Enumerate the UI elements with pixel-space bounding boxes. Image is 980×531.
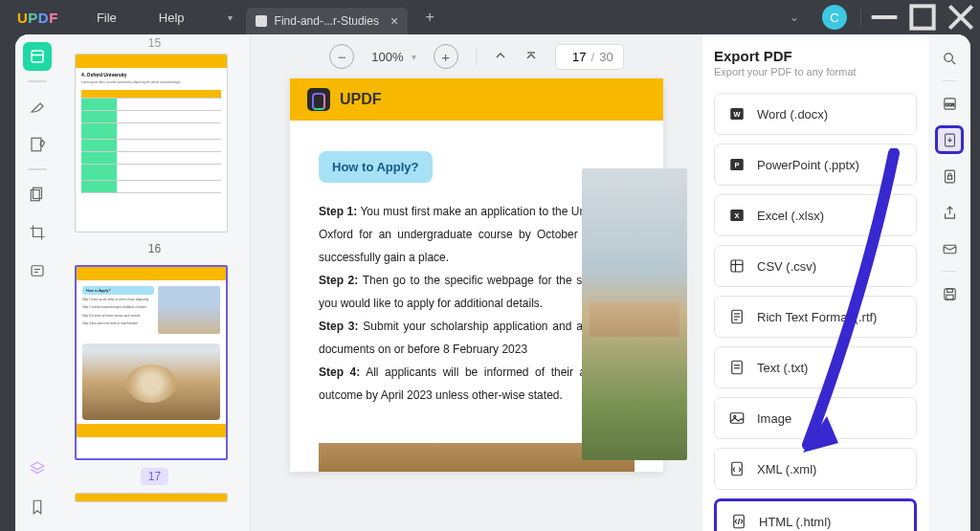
window-maximize-button[interactable] bbox=[903, 0, 942, 34]
page-current-input[interactable] bbox=[566, 50, 587, 64]
page-counter[interactable]: / 30 bbox=[555, 44, 624, 70]
svg-rect-19 bbox=[731, 260, 743, 272]
chevron-down-icon[interactable]: ⌄ bbox=[776, 11, 813, 24]
export-txt-button[interactable]: Text (.txt) bbox=[714, 346, 917, 388]
svg-rect-44 bbox=[946, 295, 952, 299]
window-close-button[interactable] bbox=[942, 0, 980, 34]
layers-button[interactable] bbox=[23, 454, 52, 483]
export-excel-button[interactable]: X Excel (.xlsx) bbox=[714, 194, 917, 236]
svg-rect-41 bbox=[944, 245, 956, 254]
separator bbox=[476, 48, 477, 65]
page-up-button[interactable] bbox=[494, 49, 507, 65]
separator bbox=[942, 80, 957, 81]
tab-add-button[interactable]: + bbox=[415, 9, 444, 26]
export-powerpoint-button[interactable]: P PowerPoint (.pptx) bbox=[714, 144, 917, 186]
svg-text:OCR: OCR bbox=[945, 101, 953, 106]
save-button[interactable] bbox=[935, 279, 964, 308]
thumb-label-prev: 15 bbox=[75, 34, 234, 54]
svg-rect-4 bbox=[32, 51, 43, 62]
thumb-label-17: 17 bbox=[75, 464, 234, 493]
svg-rect-40 bbox=[947, 175, 951, 179]
zoom-out-button[interactable]: − bbox=[329, 44, 354, 69]
zoom-level[interactable]: 100% bbox=[371, 50, 403, 64]
svg-rect-6 bbox=[32, 138, 41, 151]
excel-icon: X bbox=[728, 207, 746, 224]
txt-icon bbox=[728, 359, 746, 376]
export-pdf-button[interactable] bbox=[935, 125, 964, 154]
app-logo: UPDF bbox=[0, 10, 76, 26]
export-csv-button[interactable]: CSV (.csv) bbox=[714, 245, 917, 287]
export-title: Export PDF bbox=[714, 48, 917, 64]
bookmark-button[interactable] bbox=[23, 493, 52, 521]
email-button[interactable] bbox=[935, 234, 964, 263]
xml-icon bbox=[728, 460, 746, 477]
separator bbox=[28, 168, 47, 170]
zoom-dropdown-icon[interactable]: ▾ bbox=[412, 52, 416, 62]
page-total: 30 bbox=[599, 50, 612, 64]
page-view-area: − 100% ▾ + / 30 UPDF H bbox=[251, 34, 702, 531]
word-icon: W bbox=[728, 105, 746, 122]
edit-tool-button[interactable] bbox=[23, 130, 52, 159]
tab-close-icon[interactable]: × bbox=[390, 13, 398, 29]
protect-button[interactable] bbox=[935, 162, 964, 190]
html-icon bbox=[730, 513, 747, 530]
menu-help[interactable]: Help bbox=[138, 11, 206, 25]
separator bbox=[860, 9, 861, 26]
svg-line-35 bbox=[951, 60, 955, 64]
ocr-button[interactable]: OCR bbox=[935, 89, 964, 118]
export-xml-button[interactable]: XML (.xml) bbox=[714, 448, 917, 490]
page-first-button[interactable] bbox=[524, 49, 538, 65]
image-icon bbox=[728, 409, 746, 427]
page-content: UPDF How to Apply? Step 1: You must firs… bbox=[290, 78, 663, 472]
svg-rect-39 bbox=[945, 170, 954, 183]
page-brand-text: UPDF bbox=[340, 91, 382, 108]
thumbnail-page-18[interactable] bbox=[75, 493, 228, 502]
window-minimize-button[interactable] bbox=[865, 0, 903, 34]
right-toolbar: OCR bbox=[928, 34, 970, 531]
export-html-button[interactable]: HTML (.html) bbox=[714, 498, 917, 531]
apply-heading: How to Apply? bbox=[319, 151, 433, 183]
export-subtitle: Export your PDF to any format bbox=[714, 66, 917, 77]
svg-rect-43 bbox=[947, 288, 952, 292]
export-image-button[interactable]: Image bbox=[714, 397, 917, 439]
separator bbox=[942, 271, 957, 272]
search-button[interactable] bbox=[935, 44, 964, 73]
share-button[interactable] bbox=[935, 198, 964, 227]
separator bbox=[28, 80, 47, 82]
user-avatar[interactable]: C bbox=[822, 5, 847, 30]
document-tab[interactable]: Find-and-...r-Studies × bbox=[246, 8, 409, 34]
svg-line-33 bbox=[738, 519, 740, 524]
thumb-label-16: 16 bbox=[75, 236, 234, 265]
svg-text:P: P bbox=[734, 161, 739, 169]
export-rtf-button[interactable]: Rich Text Format (.rtf) bbox=[714, 296, 917, 338]
thumbnail-page-16[interactable]: 4. Oxford University Lorem ipsum dolor s… bbox=[75, 54, 228, 232]
page-toolbar: − 100% ▾ + / 30 bbox=[251, 34, 702, 78]
crop-tool-button[interactable] bbox=[23, 218, 52, 247]
svg-text:W: W bbox=[733, 110, 741, 119]
page-side-image bbox=[582, 168, 687, 460]
form-tool-button[interactable] bbox=[23, 256, 52, 285]
svg-rect-9 bbox=[32, 266, 43, 277]
svg-rect-1 bbox=[911, 6, 933, 28]
menu-file[interactable]: File bbox=[76, 11, 138, 25]
zoom-in-button[interactable]: + bbox=[434, 44, 458, 69]
export-word-button[interactable]: W Word (.docx) bbox=[714, 93, 917, 135]
thumbnail-panel: 15 4. Oxford University Lorem ipsum dolo… bbox=[59, 34, 251, 531]
svg-rect-26 bbox=[732, 361, 743, 374]
left-toolbar bbox=[15, 34, 59, 531]
page-brand-icon bbox=[307, 88, 330, 111]
highlighter-tool-button[interactable] bbox=[23, 92, 52, 121]
rtf-icon bbox=[728, 308, 746, 325]
export-panel: Export PDF Export your PDF to any format… bbox=[702, 34, 928, 531]
powerpoint-icon: P bbox=[728, 156, 746, 173]
thumbnail-page-17[interactable]: How to Apply? Step 1 lorem ipsum dolor s… bbox=[75, 265, 228, 460]
title-bar: UPDF File Help ▾ Find-and-...r-Studies ×… bbox=[0, 0, 980, 34]
svg-point-34 bbox=[944, 53, 952, 61]
svg-text:X: X bbox=[734, 211, 739, 220]
pages-tool-button[interactable] bbox=[23, 180, 52, 209]
tab-title: Find-and-...r-Studies bbox=[275, 14, 379, 28]
tab-dropdown-icon[interactable]: ▾ bbox=[215, 4, 246, 31]
csv-icon bbox=[728, 257, 746, 275]
svg-rect-29 bbox=[730, 413, 744, 424]
thumbnails-tool-button[interactable] bbox=[23, 42, 52, 71]
